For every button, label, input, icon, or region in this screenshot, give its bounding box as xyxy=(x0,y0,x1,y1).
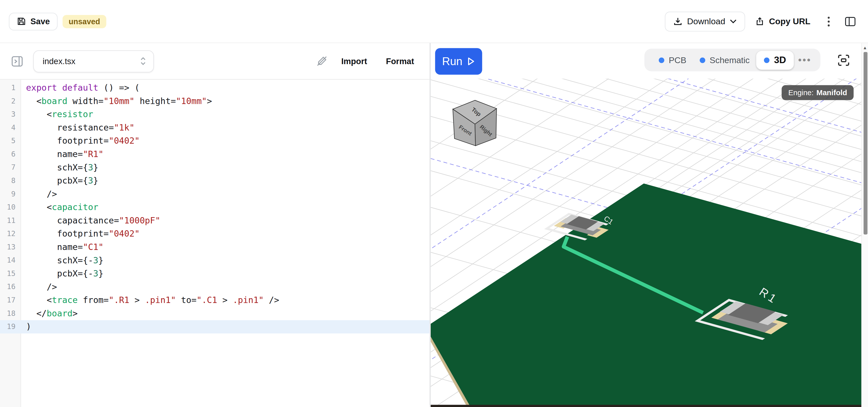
code-row[interactable]: 5 footprint="0402" xyxy=(0,134,430,148)
snippet-disabled-icon xyxy=(316,55,328,67)
download-icon xyxy=(673,17,683,26)
line-number: 11 xyxy=(0,214,21,228)
download-label: Download xyxy=(687,16,725,26)
tab-3d[interactable]: 3D xyxy=(756,50,794,69)
code-row[interactable]: 2 <board width="10mm" height="10mm"> xyxy=(0,95,430,108)
panel-layout-icon xyxy=(845,16,856,26)
line-number: 14 xyxy=(0,254,21,267)
vertical-scrollbar[interactable]: ▲ xyxy=(862,43,868,407)
code-row[interactable]: 10 <capacitor xyxy=(0,201,430,214)
line-number: 15 xyxy=(0,267,21,280)
app-window: Save unsaved Download xyxy=(0,0,868,407)
tab-dot-icon xyxy=(700,57,705,63)
copy-url-button[interactable]: Copy URL xyxy=(749,11,816,31)
code-row[interactable]: 19) xyxy=(0,320,430,334)
tab-label: 3D xyxy=(774,55,786,66)
code-row[interactable]: 18 </board> xyxy=(0,307,430,320)
code-row[interactable]: 14 schX={-3} xyxy=(0,254,430,267)
engine-badge: Engine: Manifold xyxy=(782,85,854,100)
pcb-board xyxy=(431,183,868,407)
chevrons-up-down-icon xyxy=(140,56,147,66)
scrollbar-thumb[interactable] xyxy=(863,52,867,235)
line-number: 1 xyxy=(0,81,21,95)
code-area[interactable]: 1export default () => (2 <board width="1… xyxy=(0,79,430,407)
download-button[interactable]: Download xyxy=(665,11,745,31)
line-number: 17 xyxy=(0,294,21,307)
fullscreen-button[interactable] xyxy=(835,52,852,71)
code-row[interactable]: 15 pcbX={-3} xyxy=(0,267,430,280)
editor-toolbar: index.tsx Import Format xyxy=(0,43,430,80)
chevron-down-icon xyxy=(730,19,737,24)
save-label: Save xyxy=(31,17,50,26)
view-cube[interactable]: Top Front Right xyxy=(453,100,497,146)
unsaved-status-badge: unsaved xyxy=(63,15,106,28)
fullscreen-icon xyxy=(837,54,850,67)
code-row[interactable]: 17 <trace from=".R1 > .pin1" to=".C1 > .… xyxy=(0,294,430,307)
viewer-panel: C1 xyxy=(431,43,868,407)
tab-schematic[interactable]: Schematic xyxy=(693,52,756,68)
file-select[interactable]: index.tsx xyxy=(33,50,154,72)
engine-label: Engine: xyxy=(788,88,813,97)
line-number: 12 xyxy=(0,227,21,241)
code-row[interactable]: 13 name="C1" xyxy=(0,241,430,254)
more-views-button[interactable]: ••• xyxy=(794,52,816,68)
line-number: 3 xyxy=(0,108,21,121)
run-label: Run xyxy=(442,55,462,68)
format-button[interactable]: Format xyxy=(380,53,420,69)
tab-label: PCB xyxy=(669,55,686,65)
line-number: 4 xyxy=(0,121,21,135)
code-row[interactable]: 3 <resistor xyxy=(0,108,430,121)
code-row[interactable]: 9 /> xyxy=(0,187,430,201)
toggle-layout-button[interactable] xyxy=(841,13,859,30)
code-row[interactable]: 7 schX={3} xyxy=(0,161,430,174)
view-mode-tabs: PCBSchematic3D ••• xyxy=(645,49,820,71)
line-number: 10 xyxy=(0,201,21,214)
panel-toggle-icon xyxy=(11,55,23,67)
share-icon xyxy=(755,17,765,26)
line-number: 16 xyxy=(0,280,21,294)
line-number: 6 xyxy=(0,148,21,161)
code-row[interactable]: 1export default () => ( xyxy=(0,81,430,95)
file-name: index.tsx xyxy=(43,56,75,66)
code-row[interactable]: 11 capacitance="1000pF" xyxy=(0,214,430,228)
more-options-button[interactable] xyxy=(824,12,834,30)
line-number: 18 xyxy=(0,307,21,320)
engine-value: Manifold xyxy=(816,88,847,97)
line-number: 7 xyxy=(0,161,21,174)
save-button[interactable]: Save xyxy=(9,12,58,30)
line-number: 8 xyxy=(0,174,21,188)
line-number: 2 xyxy=(0,95,21,108)
kebab-menu-icon xyxy=(827,15,830,27)
view-tabs: PCBSchematic3D xyxy=(652,50,794,69)
code-row[interactable]: 12 footprint="0402" xyxy=(0,227,430,241)
code-row[interactable]: 6 name="R1" xyxy=(0,148,430,161)
tab-pcb[interactable]: PCB xyxy=(652,52,693,68)
scrollbar-up-arrow[interactable]: ▲ xyxy=(862,43,868,51)
code-lines: 1export default () => (2 <board width="1… xyxy=(0,79,430,333)
tab-dot-icon xyxy=(659,57,664,63)
tab-dot-icon xyxy=(764,57,770,63)
play-icon xyxy=(467,57,475,66)
collapse-sidebar-button[interactable] xyxy=(8,52,27,70)
line-number: 9 xyxy=(0,187,21,201)
top-bar: Save unsaved Download xyxy=(0,0,868,43)
import-button[interactable]: Import xyxy=(336,53,373,69)
line-number: 5 xyxy=(0,134,21,148)
line-number: 13 xyxy=(0,241,21,254)
line-number: 19 xyxy=(0,320,21,334)
run-button[interactable]: Run xyxy=(435,48,482,75)
tab-label: Schematic xyxy=(710,55,750,65)
code-editor-panel: index.tsx Import Format xyxy=(0,43,430,407)
copy-url-label: Copy URL xyxy=(769,16,810,26)
code-row[interactable]: 16 /> xyxy=(0,280,430,294)
code-row[interactable]: 8 pcbX={3} xyxy=(0,174,430,188)
floppy-disk-icon xyxy=(17,17,26,26)
code-row[interactable]: 4 resistance="1k" xyxy=(0,121,430,135)
viewport-bottom-edge xyxy=(431,405,868,407)
